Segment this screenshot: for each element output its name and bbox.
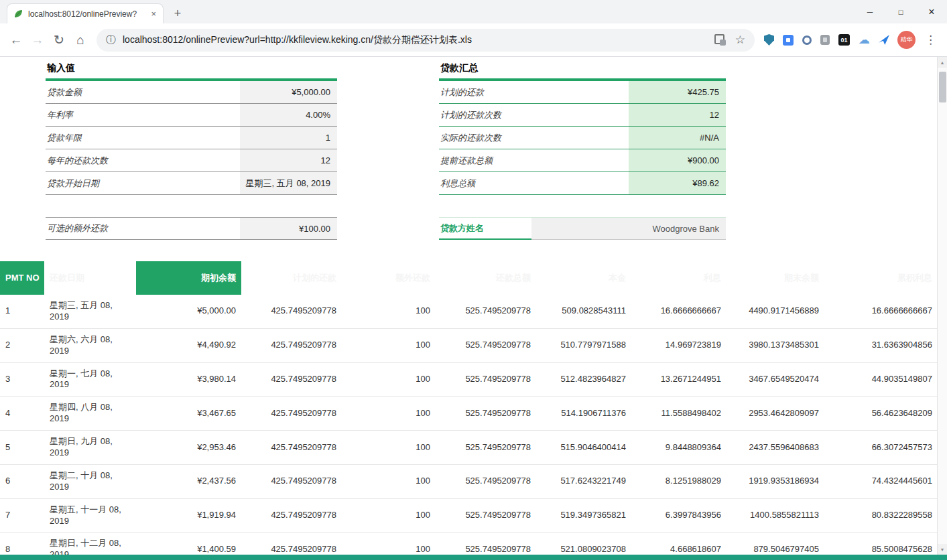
- shield-extension-icon[interactable]: [764, 34, 774, 46]
- input-label: 年利率: [46, 104, 240, 126]
- table-cell: 525.7495209778: [436, 295, 536, 328]
- table-cell: ¥1,400.59: [136, 533, 241, 555]
- table-cell: 100: [342, 328, 436, 362]
- translate-icon[interactable]: [714, 34, 726, 46]
- table-cell: 星期日, 十二月 08, 2019: [44, 533, 136, 555]
- input-row: 贷款开始日期 星期三, 五月 08, 2019: [46, 172, 337, 195]
- summary-label: 提前还款总额: [439, 149, 629, 171]
- table-cell: ¥2,953.46: [136, 431, 241, 465]
- table-cell: 66.3072457573: [824, 431, 938, 465]
- table-cell: 4: [0, 397, 44, 431]
- scrollbar-thumb[interactable]: [939, 72, 946, 102]
- table-cell: 56.4623648209: [824, 397, 938, 431]
- browser-menu-icon[interactable]: ⋮: [920, 33, 942, 47]
- new-tab-button[interactable]: +: [169, 5, 186, 22]
- table-row: 7星期五, 十一月 08, 2019¥1,919.94425.749520977…: [0, 498, 938, 533]
- table-cell: 525.7495209778: [436, 397, 536, 431]
- summary-row: 实际的还款次数 #N/A: [439, 127, 726, 149]
- table-cell: ¥5,000.00: [136, 295, 241, 328]
- browser-tab[interactable]: localhost:8012/onlinePreview? ×: [7, 3, 164, 23]
- tab-close-icon[interactable]: ×: [149, 8, 157, 19]
- table-cell: 517.6243221749: [536, 464, 631, 498]
- input-row: 贷款年限 1: [46, 127, 337, 149]
- lender-value: Woodgrove Bank: [531, 218, 726, 240]
- header-beginning-balance: 期初余额: [136, 261, 241, 295]
- page-info-icon[interactable]: ⓘ: [106, 33, 116, 46]
- input-label: 贷款开始日期: [46, 172, 240, 194]
- spreadsheet: 输入值 贷款金额 ¥5,000.00 年利率 4.00% 贷款年限 1 每年的还…: [0, 57, 947, 555]
- amortization-table: PMT NO 还款日期 期初余额 计划的还款 额外还款 还款总额 本金 利息 期…: [0, 261, 938, 555]
- empty-row: [439, 195, 726, 217]
- input-label: 贷款金额: [46, 81, 240, 103]
- maximize-button[interactable]: □: [885, 0, 916, 23]
- home-button[interactable]: ⌂: [70, 29, 91, 51]
- summary-row: 提前还款总额 ¥900.00: [439, 149, 726, 172]
- table-cell: 100: [342, 464, 436, 498]
- table-cell: 1400.5855821113: [727, 498, 824, 533]
- gray-extension-icon[interactable]: [820, 35, 830, 45]
- header-pmt-no: PMT NO: [0, 261, 44, 295]
- header-principal: 本金: [536, 261, 631, 295]
- table-cell: ¥1,919.94: [136, 498, 241, 533]
- scroll-up-icon[interactable]: ▲: [938, 57, 947, 68]
- input-value: ¥100.00: [240, 218, 337, 239]
- browser-toolbar: ← → ↻ ⌂ ⓘ localhost:8012/onlinePreview?u…: [0, 23, 947, 57]
- reload-button[interactable]: ↻: [48, 29, 70, 51]
- lender-label: 贷款方姓名: [439, 218, 531, 240]
- summary-section: 贷款汇总 计划的还款 ¥425.75 计划的还款次数 12 实际的还款次数 #N…: [439, 61, 726, 240]
- back-button[interactable]: ←: [5, 29, 27, 51]
- table-cell: 525.7495209778: [436, 362, 536, 397]
- table-cell: ¥3,980.14: [136, 362, 241, 397]
- vertical-scrollbar[interactable]: ▲ ▼: [937, 57, 947, 555]
- summary-label: 实际的还款次数: [439, 127, 629, 149]
- table-cell: 11.5588498402: [631, 397, 727, 431]
- address-bar[interactable]: ⓘ localhost:8012/onlinePreview?url=http:…: [97, 29, 755, 52]
- profile-avatar[interactable]: 精华: [897, 31, 916, 49]
- minimize-button[interactable]: ─: [855, 0, 885, 23]
- summary-value: #N/A: [629, 127, 726, 149]
- ring-extension-icon[interactable]: [802, 36, 812, 45]
- table-cell: 8: [0, 533, 44, 555]
- tab-title: localhost:8012/onlinePreview?: [28, 9, 145, 19]
- table-row: 3星期一, 七月 08, 2019¥3,980.14425.7495209778…: [0, 362, 938, 397]
- blue-square-extension-icon[interactable]: [783, 35, 794, 46]
- table-cell: 2437.5596408683: [727, 431, 824, 465]
- cloud-extension-icon[interactable]: ☁: [859, 34, 870, 46]
- table-row: 4星期四, 八月 08, 2019¥3,467.65425.7495209778…: [0, 397, 938, 431]
- table-cell: 512.4823964827: [536, 362, 631, 397]
- table-cell: 525.7495209778: [436, 464, 536, 498]
- scroll-down-icon[interactable]: ▼: [938, 544, 947, 555]
- table-row: 6星期二, 十月 08, 2019¥2,437.56425.7495209778…: [0, 464, 938, 498]
- table-cell: 85.5008475628: [824, 533, 938, 555]
- table-cell: 525.7495209778: [436, 533, 536, 555]
- empty-row: [46, 195, 337, 217]
- table-cell: 100: [342, 295, 436, 328]
- table-cell: 1: [0, 295, 44, 328]
- input-section: 输入值 贷款金额 ¥5,000.00 年利率 4.00% 贷款年限 1 每年的还…: [46, 61, 337, 240]
- input-value: 12: [240, 149, 337, 171]
- input-label: 每年的还款次数: [46, 149, 240, 171]
- bird-extension-icon[interactable]: [879, 35, 889, 45]
- input-row: 年利率 4.00%: [46, 104, 337, 127]
- table-header-row: PMT NO 还款日期 期初余额 计划的还款 额外还款 还款总额 本金 利息 期…: [0, 261, 938, 295]
- table-cell: 514.1906711376: [536, 397, 631, 431]
- badge-01-extension-icon[interactable]: 01: [838, 34, 850, 46]
- close-window-button[interactable]: ×: [916, 0, 947, 23]
- table-cell: 9.8448809364: [631, 431, 727, 465]
- table-cell: 星期二, 十月 08, 2019: [44, 464, 136, 498]
- table-cell: 879.5046797405: [727, 533, 824, 555]
- table-cell: 3980.1373485301: [727, 328, 824, 362]
- table-cell: 星期日, 九月 08, 2019: [44, 431, 136, 465]
- summary-label: 利息总额: [439, 172, 629, 194]
- table-cell: 425.7495209778: [241, 328, 342, 362]
- summary-row: 计划的还款 ¥425.75: [439, 81, 726, 104]
- table-cell: 星期五, 十一月 08, 2019: [44, 498, 136, 533]
- table-cell: 16.6666666667: [824, 295, 938, 328]
- table-cell: 521.0809023708: [536, 533, 631, 555]
- summary-value: ¥900.00: [629, 149, 726, 171]
- bookmark-star-icon[interactable]: ☆: [735, 33, 745, 47]
- table-cell: 2953.4642809097: [727, 397, 824, 431]
- table-cell: 2: [0, 328, 44, 362]
- table-cell: 13.2671244951: [631, 362, 727, 397]
- header-extra-payment: 额外还款: [342, 261, 436, 295]
